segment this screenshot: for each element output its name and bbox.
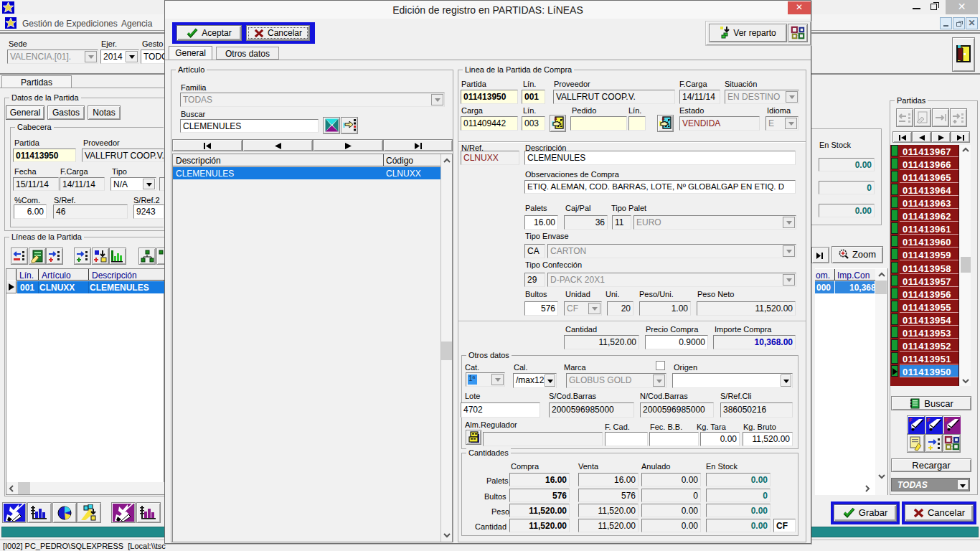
svg-text:F: F: [909, 418, 913, 423]
svg-text:F: F: [927, 418, 930, 423]
svg-text:F: F: [945, 418, 948, 423]
